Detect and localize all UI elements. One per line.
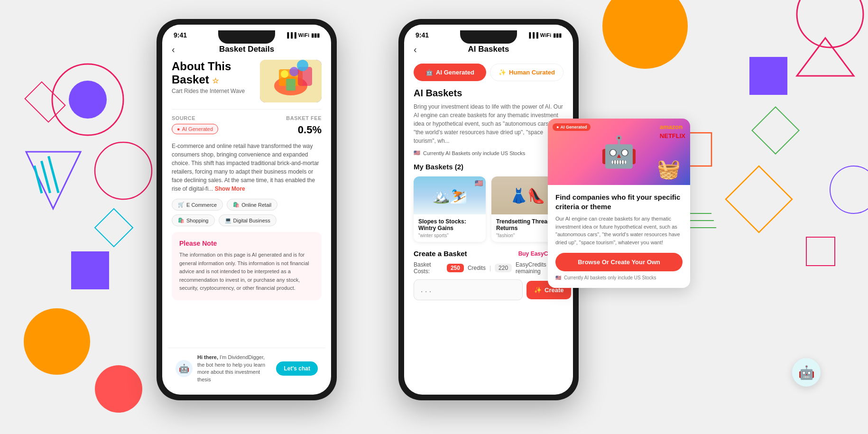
svg-point-4 [24, 308, 90, 375]
popup-title: Find companies who fit your specific cri… [555, 193, 683, 211]
ai-generated-icon: 🤖 [425, 69, 433, 76]
time-2: 9:41 [416, 31, 429, 39]
svg-point-5 [95, 365, 142, 413]
svg-marker-18 [726, 166, 792, 232]
ai-generated-label: AI Generated [436, 69, 474, 76]
human-curated-label: Human Curated [509, 69, 555, 76]
bot-avatar: 🤖 [175, 360, 193, 377]
us-stocks-note: 🇺🇸 Currently AI Baskets only include US … [414, 150, 563, 156]
basket-card-winter[interactable]: 🏔️⛷️ 🇺🇸 Slopes to Stocks: Wintry Gains "… [414, 176, 486, 242]
chat-bar: 🤖 Hi there, I'm DividendDigger, the bot … [168, 348, 325, 389]
basket-illustration: 🧺 [657, 158, 681, 180]
time-1: 9:41 [174, 31, 187, 39]
chat-description: Hi there, I'm DividendDigger, the bot he… [197, 354, 271, 383]
nav-bar-1: ‹ Basket Details [162, 39, 331, 60]
basket-idea-input[interactable] [414, 279, 523, 300]
winter-basket-tag: "winter sports" [418, 233, 481, 238]
svg-marker-9 [25, 82, 65, 122]
svg-rect-8 [47, 156, 60, 194]
signal-icon-2: ▐▐▐ [527, 32, 538, 38]
basket-cards-container: 🏔️⛷️ 🇺🇸 Slopes to Stocks: Wintry Gains "… [414, 176, 563, 242]
svg-rect-31 [286, 79, 295, 91]
winter-flag: 🇺🇸 [475, 179, 483, 187]
fee-label: BASKET FEE [286, 115, 322, 121]
popup-flag-note: 🇺🇸 Currently AI baskets only include US … [555, 275, 683, 280]
create-basket-title: Create a Basket [414, 249, 467, 258]
tags-container: 🛒E Commerce 🛍️Online Retail 🛍️Shopping 💻… [172, 199, 322, 226]
credits-amount-badge: 250 [447, 264, 464, 272]
basket-hero: About This Basket ☆ Cart Rides the Inter… [172, 60, 322, 102]
floating-chatbot-button[interactable]: 🤖 [792, 358, 821, 387]
nav-bar-2: ‹ AI Baskets [404, 39, 573, 60]
svg-marker-15 [797, 38, 854, 76]
netflix-logo: NETFLIX [660, 132, 685, 139]
about-label: About This Basket [172, 60, 231, 86]
ai-source-badge: ● AI Generated [172, 124, 218, 134]
svg-rect-6 [33, 166, 43, 194]
human-curated-icon: ✨ [499, 69, 506, 76]
tag-digital-business: 💻Digital Business [219, 214, 277, 226]
tab-ai-generated[interactable]: 🤖 AI Generated [414, 64, 486, 81]
show-more-button[interactable]: Show More [215, 185, 245, 192]
brand-logos: amazon NETFLIX [660, 123, 685, 141]
back-button-1[interactable]: ‹ [172, 44, 175, 55]
popup-ai-badge: ● AI Generated [553, 123, 591, 131]
ai-baskets-desc: Bring your investment ideas to life with… [414, 102, 563, 145]
svg-rect-14 [749, 57, 787, 95]
nav-title-2: AI Baskets [468, 45, 509, 54]
svg-point-27 [281, 70, 288, 78]
ai-popup-card: ● AI Generated amazon NETFLIX 🤖 🧺 Find c… [548, 119, 690, 288]
signal-icon: ▐▐▐ [285, 32, 296, 38]
svg-point-19 [830, 166, 868, 213]
create-basket-section: Create a Basket Buy EasyCredits Basket C… [414, 249, 563, 300]
battery-icon-2: ▮▮▮ [553, 32, 562, 38]
remaining-amount-badge: 220 [495, 264, 512, 272]
robot-illustration: 🤖 [600, 134, 638, 170]
basket-hero-image [260, 60, 322, 102]
back-button-2[interactable]: ‹ [414, 44, 417, 55]
my-baskets-title: My Baskets (2) [414, 163, 563, 171]
popup-image: ● AI Generated amazon NETFLIX 🤖 🧺 [548, 119, 690, 185]
fee-value: 0.5% [286, 124, 322, 136]
source-label: SOURCE [172, 115, 218, 121]
nav-title-1: Basket Details [219, 45, 274, 54]
battery-icon: ▮▮▮ [311, 32, 320, 38]
tab-human-curated[interactable]: ✨ Human Curated [490, 64, 563, 81]
svg-rect-7 [40, 161, 51, 194]
lets-chat-button[interactable]: Let's chat [276, 361, 318, 376]
svg-point-1 [69, 81, 107, 119]
status-icons-1: ▐▐▐ WiFi ▮▮▮ [285, 32, 320, 38]
wifi-icon-2: WiFi [540, 32, 551, 38]
create-input-row: ✨ ✨ Create Create [414, 279, 563, 300]
meta-row: SOURCE ● AI Generated BASKET FEE 0.5% [172, 115, 322, 136]
floating-bot-icon: 🤖 [798, 365, 815, 380]
browse-create-button[interactable]: Browse Or Create Your Own [555, 253, 683, 271]
us-stocks-text: Currently AI Baskets only include US Sto… [423, 150, 525, 156]
credits-row: Basket Costs: 250 Credits | 220 EasyCred… [414, 261, 563, 275]
note-text: The information on this page is AI gener… [179, 251, 314, 293]
favorite-star-icon[interactable]: ☆ [212, 77, 219, 85]
note-title: Please Note [179, 240, 314, 247]
svg-point-0 [52, 64, 123, 135]
popup-us-note-text: Currently AI baskets only include US Sto… [564, 275, 656, 280]
tag-shopping: 🛍️Shopping [172, 214, 215, 226]
svg-marker-2 [26, 152, 81, 209]
svg-point-30 [297, 60, 308, 71]
sparkle-icon: ✨ [534, 286, 542, 294]
svg-rect-20 [806, 237, 835, 266]
tabs-row: 🤖 AI Generated ✨ Human Curated [414, 64, 563, 81]
basket-costs-label: Basket Costs: [414, 261, 443, 275]
svg-point-28 [289, 67, 299, 76]
status-icons-2: ▐▐▐ WiFi ▮▮▮ [527, 32, 562, 38]
about-title: About This Basket ☆ [172, 60, 254, 86]
tag-online-retail: 🛍️Online Retail [227, 199, 277, 211]
winter-basket-name: Slopes to Stocks: Wintry Gains [418, 218, 481, 231]
svg-point-12 [602, 0, 688, 69]
dot-icon: ● [177, 126, 180, 132]
phone1-frame: 9:41 ▐▐▐ WiFi ▮▮▮ ‹ Basket Details [157, 19, 337, 400]
svg-point-13 [797, 0, 863, 47]
basket-subtitle: Cart Rides the Internet Wave [172, 88, 254, 94]
ai-badge-text: AI Generated [182, 126, 213, 132]
wifi-icon: WiFi [298, 32, 309, 38]
us-flag-icon: 🇺🇸 [414, 150, 420, 156]
